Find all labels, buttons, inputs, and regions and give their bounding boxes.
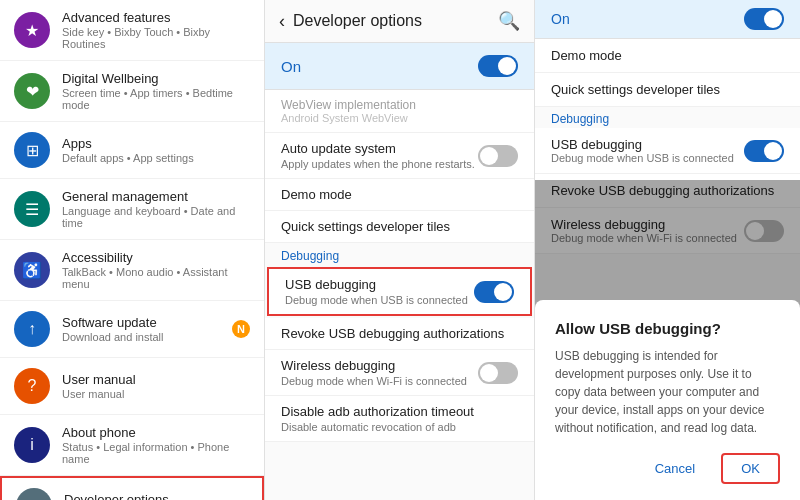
accessibility-icon: ♿ xyxy=(14,252,50,288)
apps-title: Apps xyxy=(62,136,250,151)
demo-mode-item[interactable]: Demo mode xyxy=(265,179,534,211)
user-manual-text: User manualUser manual xyxy=(62,372,250,400)
general-management-subtitle: Language and keyboard • Date and time xyxy=(62,205,250,229)
software-update-title: Software update xyxy=(62,315,232,330)
dialog-ok-button[interactable]: OK xyxy=(721,453,780,484)
right-usb-debugging[interactable]: USB debugging Debug mode when USB is con… xyxy=(535,128,800,174)
user-manual-icon: ? xyxy=(14,368,50,404)
right-debugging-header: Debugging xyxy=(535,107,800,128)
sidebar-item-general-management[interactable]: ☰General managementLanguage and keyboard… xyxy=(0,179,264,240)
apps-text: AppsDefault apps • App settings xyxy=(62,136,250,164)
usb-debugging-item[interactable]: USB debugging Debug mode when USB is con… xyxy=(267,267,532,316)
general-management-text: General managementLanguage and keyboard … xyxy=(62,189,250,229)
dialog-overlay: Allow USB debugging? USB debugging is in… xyxy=(535,180,800,500)
right-panel: On Demo mode Quick settings developer ti… xyxy=(535,0,800,500)
accessibility-title: Accessibility xyxy=(62,250,250,265)
right-on-label: On xyxy=(551,11,570,27)
software-update-subtitle: Download and install xyxy=(62,331,232,343)
disable-adb-item[interactable]: Disable adb authorization timeout Disabl… xyxy=(265,396,534,442)
about-phone-subtitle: Status • Legal information • Phone name xyxy=(62,441,250,465)
sidebar-item-user-manual[interactable]: ?User manualUser manual xyxy=(0,358,264,415)
wireless-debugging-toggle[interactable] xyxy=(478,362,518,384)
auto-update-title: Auto update system xyxy=(281,141,475,156)
sidebar-item-advanced-features[interactable]: ★Advanced featuresSide key • Bixby Touch… xyxy=(0,0,264,61)
webview-item[interactable]: WebView implementation Android System We… xyxy=(265,90,534,133)
right-usb-toggle[interactable] xyxy=(744,140,784,162)
mid-header: ‹ Developer options 🔍 xyxy=(265,0,534,43)
wireless-debugging-item[interactable]: Wireless debugging Debug mode when Wi-Fi… xyxy=(265,350,534,396)
sidebar-item-accessibility[interactable]: ♿AccessibilityTalkBack • Mono audio • As… xyxy=(0,240,264,301)
usb-debugging-sub: Debug mode when USB is connected xyxy=(285,294,468,306)
quick-settings-title: Quick settings developer tiles xyxy=(281,219,518,234)
quick-settings-item[interactable]: Quick settings developer tiles xyxy=(265,211,534,243)
about-phone-icon: i xyxy=(14,427,50,463)
on-label: On xyxy=(281,58,301,75)
general-management-title: General management xyxy=(62,189,250,204)
digital-wellbeing-title: Digital Wellbeing xyxy=(62,71,250,86)
usb-debugging-title: USB debugging xyxy=(285,277,468,292)
user-manual-subtitle: User manual xyxy=(62,388,250,400)
developer-options-title: Developer options xyxy=(64,492,248,500)
right-on-toggle-row: On xyxy=(535,0,800,39)
advanced-features-icon: ★ xyxy=(14,12,50,48)
right-quick-settings[interactable]: Quick settings developer tiles xyxy=(535,73,800,107)
general-management-icon: ☰ xyxy=(14,191,50,227)
revoke-usb-item[interactable]: Revoke USB debugging authorizations xyxy=(265,318,534,350)
advanced-features-subtitle: Side key • Bixby Touch • Bixby Routines xyxy=(62,26,250,50)
auto-update-item[interactable]: Auto update system Apply updates when th… xyxy=(265,133,534,179)
accessibility-subtitle: TalkBack • Mono audio • Assistant menu xyxy=(62,266,250,290)
left-menu-panel: ★Advanced featuresSide key • Bixby Touch… xyxy=(0,0,265,500)
accessibility-text: AccessibilityTalkBack • Mono audio • Ass… xyxy=(62,250,250,290)
digital-wellbeing-subtitle: Screen time • App timers • Bedtime mode xyxy=(62,87,250,111)
auto-update-toggle[interactable] xyxy=(478,145,518,167)
about-phone-text: About phoneStatus • Legal information • … xyxy=(62,425,250,465)
about-phone-title: About phone xyxy=(62,425,250,440)
user-manual-title: User manual xyxy=(62,372,250,387)
software-update-badge: N xyxy=(232,320,250,338)
developer-options-toggle[interactable] xyxy=(478,55,518,77)
demo-mode-title: Demo mode xyxy=(281,187,518,202)
debugging-section-header: Debugging xyxy=(265,243,534,265)
right-usb-sub: Debug mode when USB is connected xyxy=(551,152,734,164)
right-quick-settings-title: Quick settings developer tiles xyxy=(551,82,784,97)
apps-icon: ⊞ xyxy=(14,132,50,168)
sidebar-item-developer-options[interactable]: { }Developer optionsDeveloper options xyxy=(0,476,264,500)
developer-options-text: Developer optionsDeveloper options xyxy=(64,492,248,500)
software-update-icon: ↑ xyxy=(14,311,50,347)
allow-usb-dialog: Allow USB debugging? USB debugging is in… xyxy=(535,300,800,500)
digital-wellbeing-icon: ❤ xyxy=(14,73,50,109)
revoke-usb-title: Revoke USB debugging authorizations xyxy=(281,326,518,341)
sidebar-item-software-update[interactable]: ↑Software updateDownload and installN xyxy=(0,301,264,358)
dialog-title: Allow USB debugging? xyxy=(555,320,780,337)
search-icon[interactable]: 🔍 xyxy=(498,10,520,32)
webview-sub: Android System WebView xyxy=(281,112,518,124)
digital-wellbeing-text: Digital WellbeingScreen time • App timer… xyxy=(62,71,250,111)
middle-panel: ‹ Developer options 🔍 On WebView impleme… xyxy=(265,0,535,500)
right-usb-title: USB debugging xyxy=(551,137,734,152)
right-demo-mode-title: Demo mode xyxy=(551,48,784,63)
software-update-text: Software updateDownload and install xyxy=(62,315,232,343)
auto-update-sub: Apply updates when the phone restarts. xyxy=(281,158,475,170)
dialog-cancel-button[interactable]: Cancel xyxy=(637,453,713,484)
back-icon[interactable]: ‹ xyxy=(279,11,285,32)
right-demo-mode[interactable]: Demo mode xyxy=(535,39,800,73)
disable-adb-sub: Disable automatic revocation of adb xyxy=(281,421,518,433)
developer-options-icon: { } xyxy=(16,488,52,500)
dialog-body: USB debugging is intended for developmen… xyxy=(555,347,780,437)
sidebar-item-about-phone[interactable]: iAbout phoneStatus • Legal information •… xyxy=(0,415,264,476)
on-toggle-row: On xyxy=(265,43,534,90)
wireless-debugging-sub: Debug mode when Wi-Fi is connected xyxy=(281,375,467,387)
mid-header-title: Developer options xyxy=(293,12,498,30)
right-developer-toggle[interactable] xyxy=(744,8,784,30)
apps-subtitle: Default apps • App settings xyxy=(62,152,250,164)
wireless-debugging-title: Wireless debugging xyxy=(281,358,467,373)
advanced-features-title: Advanced features xyxy=(62,10,250,25)
dialog-buttons: Cancel OK xyxy=(555,453,780,484)
usb-debugging-toggle[interactable] xyxy=(474,281,514,303)
advanced-features-text: Advanced featuresSide key • Bixby Touch … xyxy=(62,10,250,50)
sidebar-item-apps[interactable]: ⊞AppsDefault apps • App settings xyxy=(0,122,264,179)
sidebar-item-digital-wellbeing[interactable]: ❤Digital WellbeingScreen time • App time… xyxy=(0,61,264,122)
webview-title: WebView implementation xyxy=(281,98,518,112)
disable-adb-title: Disable adb authorization timeout xyxy=(281,404,518,419)
